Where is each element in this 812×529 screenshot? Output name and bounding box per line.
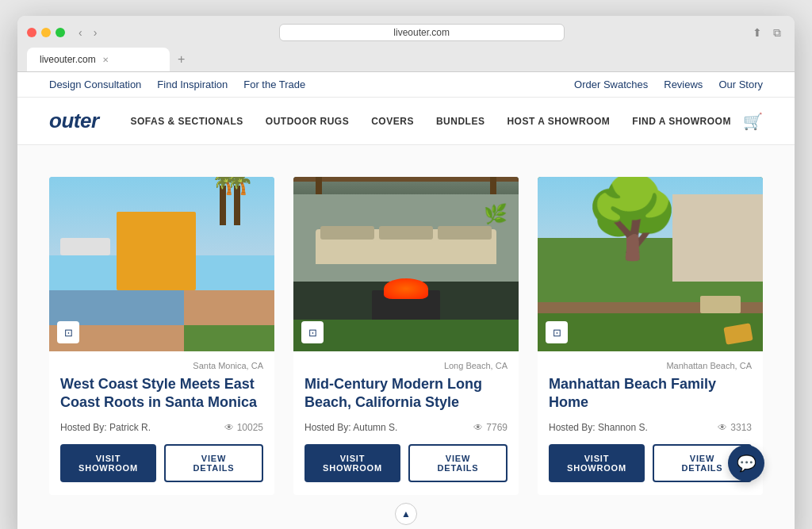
nav-reviews[interactable]: Reviews	[664, 79, 703, 90]
duplicate-button[interactable]: ⧉	[769, 25, 785, 41]
showroom-cards-grid: ⊡ Santa Monica, CA West Coast Style Meet…	[49, 177, 763, 495]
palm-tree-1	[220, 186, 226, 225]
browser-titlebar: ‹ › ⬆ ⧉	[27, 24, 785, 41]
eye-icon-2: 👁	[473, 422, 483, 433]
image-icon-overlay-2: ⊡	[301, 321, 324, 343]
view-details-button-2[interactable]: VIEW DETAILS	[408, 444, 508, 482]
card-hosted-by-3: Hosted By: Shannon S.	[549, 422, 648, 433]
main-nav-links: SOFAS & SECTIONALS OUTDOOR RUGS COVERS B…	[131, 116, 744, 127]
card-meta-2: Hosted By: Autumn S. 👁 7769	[304, 422, 508, 433]
chat-bubble[interactable]: 💬	[728, 445, 764, 481]
visit-showroom-button-3[interactable]: VISIT SHOWROOM	[549, 444, 645, 482]
card-title-2: Mid-Century Modern Long Beach, Californi…	[304, 375, 508, 412]
nav-bundles[interactable]: BUNDLES	[436, 116, 485, 127]
cushion-3	[438, 226, 492, 240]
minimize-button-dot[interactable]	[41, 28, 51, 37]
card-title-3: Manhattan Beach Family Home	[549, 375, 752, 412]
nav-find-showroom[interactable]: FIND A SHOWROOM	[632, 116, 731, 127]
main-content: ⊡ Santa Monica, CA West Coast Style Meet…	[17, 145, 795, 529]
card-hosted-by-2: Hosted By: Autumn S.	[304, 422, 397, 433]
card-views-2: 👁 7769	[473, 422, 508, 433]
browser-actions: ⬆ ⧉	[749, 25, 785, 41]
palm-trees	[220, 186, 240, 225]
card-image-2: 🌿 ⊡	[293, 177, 519, 351]
pool	[49, 290, 184, 325]
site-logo[interactable]: outer	[49, 109, 99, 133]
showroom-card-2: 🌿 ⊡ Long Beach, CA Mid-Century Modern Lo…	[293, 177, 519, 495]
tab-close-button[interactable]: ✕	[102, 56, 109, 64]
card-meta-3: Hosted By: Shannon S. 👁 3313	[549, 422, 752, 433]
grass-2	[293, 320, 519, 351]
card-views-3: 👁 3313	[718, 422, 752, 433]
flame	[384, 278, 429, 299]
nav-design-consultation[interactable]: Design Consultation	[49, 79, 141, 90]
back-button[interactable]: ‹	[75, 25, 86, 40]
big-tree: 🌳	[583, 177, 682, 256]
palm-tree-2	[234, 186, 240, 225]
cushion-2	[379, 226, 433, 240]
top-nav-right: Order Swatches Reviews Our Story	[574, 79, 763, 90]
card-scene-2: 🌿	[293, 177, 519, 351]
eye-icon-3: 👁	[718, 422, 727, 433]
eye-icon-1: 👁	[224, 422, 234, 433]
top-nav-left: Design Consultation Find Inspiration For…	[49, 79, 305, 90]
image-icon-overlay-1: ⊡	[57, 321, 79, 343]
sofa	[60, 238, 109, 255]
scroll-up-button[interactable]: ▲	[395, 503, 417, 525]
card-views-1: 👁 10025	[224, 422, 263, 433]
new-tab-button[interactable]: +	[170, 48, 193, 71]
cart-icon[interactable]: 🛒	[743, 112, 763, 131]
card-body-2: Long Beach, CA Mid-Century Modern Long B…	[293, 351, 519, 495]
browser-address-bar	[107, 24, 736, 41]
main-navigation: outer SOFAS & SECTIONALS OUTDOOR RUGS CO…	[17, 98, 795, 145]
card-location-1: Santa Monica, CA	[60, 361, 263, 370]
browser-chrome: ‹ › ⬆ ⧉ liveouter.com ✕ +	[17, 16, 795, 72]
card-scene-1	[49, 177, 274, 351]
patio-sofa	[700, 296, 741, 313]
house-background	[672, 194, 763, 282]
nav-find-inspiration[interactable]: Find Inspiration	[157, 79, 228, 90]
nav-sofas-sectionals[interactable]: SOFAS & SECTIONALS	[131, 116, 243, 127]
grass	[184, 325, 274, 351]
card-body-1: Santa Monica, CA West Coast Style Meets …	[49, 351, 274, 495]
card-view-count-2: 7769	[486, 422, 508, 433]
nav-covers[interactable]: COVERS	[371, 116, 414, 127]
plants-2: 🌿	[484, 203, 508, 225]
view-details-button-1[interactable]: VIEW DETAILS	[164, 444, 263, 482]
nav-host-showroom[interactable]: HOST A SHOWROOM	[507, 116, 610, 127]
card-body-3: Manhattan Beach, CA Manhattan Beach Fami…	[538, 351, 763, 495]
chat-icon: 💬	[737, 454, 756, 473]
nav-for-the-trade[interactable]: For the Trade	[243, 79, 305, 90]
card-image-1: ⊡	[49, 177, 274, 351]
share-button[interactable]: ⬆	[749, 25, 766, 41]
card-location-3: Manhattan Beach, CA	[549, 361, 752, 370]
nav-order-swatches[interactable]: Order Swatches	[574, 79, 648, 90]
browser-window: ‹ › ⬆ ⧉ liveouter.com ✕ + Design Consult…	[17, 16, 795, 529]
cushion-1	[320, 226, 374, 240]
card-view-count-3: 3313	[730, 422, 752, 433]
visit-showroom-button-1[interactable]: VISIT SHOWROOM	[60, 444, 156, 482]
active-tab[interactable]: liveouter.com ✕	[27, 48, 170, 71]
top-navigation: Design Consultation Find Inspiration For…	[17, 72, 795, 98]
forward-button[interactable]: ›	[90, 25, 102, 40]
card-location-2: Long Beach, CA	[304, 361, 508, 370]
card-title-1: West Coast Style Meets East Coast Roots …	[60, 375, 263, 412]
flames	[384, 278, 429, 299]
visit-showroom-button-2[interactable]: VISIT SHOWROOM	[304, 444, 400, 482]
card-image-3: 🌳 ⊡	[538, 177, 763, 351]
card-buttons-1: VISIT SHOWROOM VIEW DETAILS	[60, 444, 263, 482]
nav-outdoor-rugs[interactable]: OUTDOOR RUGS	[266, 116, 349, 127]
card-meta-1: Hosted By: Patrick R. 👁 10025	[60, 422, 263, 433]
browser-tabs: liveouter.com ✕ +	[27, 48, 785, 71]
maximize-button-dot[interactable]	[56, 28, 65, 37]
pergola-beam	[293, 177, 519, 182]
nav-our-story[interactable]: Our Story	[718, 79, 763, 90]
pagination: ▲	[49, 495, 763, 525]
tab-label: liveouter.com	[40, 54, 96, 65]
card-hosted-by-1: Hosted By: Patrick R.	[60, 422, 151, 433]
url-input[interactable]	[279, 24, 565, 41]
image-icon-overlay-3: ⊡	[546, 321, 568, 343]
card-buttons-3: VISIT SHOWROOM VIEW DETAILS	[549, 444, 752, 482]
website-content: Design Consultation Find Inspiration For…	[17, 72, 795, 529]
close-button-dot[interactable]	[27, 28, 36, 37]
